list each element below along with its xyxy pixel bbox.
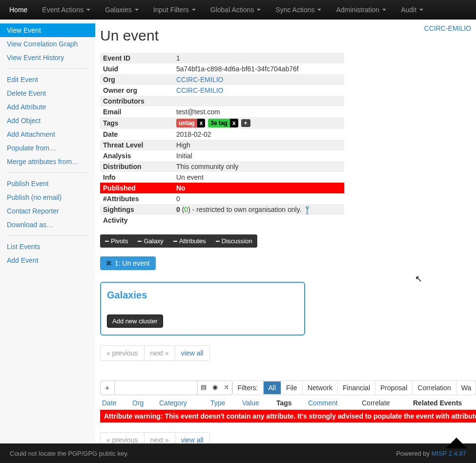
sidebar-view-event[interactable]: View Event: [0, 23, 95, 37]
close-icon[interactable]: ✖: [106, 259, 112, 267]
add-attribute-icon[interactable]: ＋: [100, 380, 115, 395]
chevron-down-icon: [257, 9, 261, 11]
col-correlate: Correlate: [362, 399, 413, 407]
toggle-pivots[interactable]: Pivots: [100, 234, 133, 248]
remove-tag-icon[interactable]: x: [230, 119, 238, 127]
pager-top: « previous next » view all: [100, 345, 210, 361]
filters-label: Filters:: [233, 381, 263, 394]
event-view-icon[interactable]: ◉: [209, 381, 221, 395]
minus-icon: [216, 241, 220, 242]
cursor-icon: ↖: [415, 274, 422, 284]
page-title: Un event: [100, 27, 476, 44]
sidebar-publish-noemail[interactable]: Publish (no email): [0, 190, 95, 204]
col-date[interactable]: Date: [102, 399, 117, 407]
chevron-down-icon: [135, 9, 139, 11]
scroll-top-button[interactable]: [446, 438, 467, 448]
chevron-down-icon: [382, 9, 386, 11]
chevron-down-icon: [317, 9, 321, 11]
attribute-filters: Filters: All File Network Financial Prop…: [232, 380, 476, 395]
tag-3e[interactable]: 3e tagx: [208, 119, 238, 127]
filter-all[interactable]: All: [263, 381, 281, 394]
chevron-down-icon: [419, 9, 423, 11]
toggle-attributes[interactable]: Attributes: [168, 234, 211, 248]
sidebar-populate[interactable]: Populate from…: [0, 141, 95, 155]
filter-correlation[interactable]: Correlation: [412, 381, 455, 394]
sidebar-publish[interactable]: Publish Event: [0, 177, 95, 190]
sidebar-add-object[interactable]: Add Object: [0, 114, 95, 127]
sidebar-view-history[interactable]: View Event History: [0, 51, 95, 64]
col-tags: Tags: [276, 399, 308, 407]
nav-event-actions[interactable]: Event Actions: [35, 1, 98, 19]
event-meta-table: Event ID1 Uuid5a74bf1a-c898-4d6a-bf61-34…: [100, 53, 344, 226]
list-view-icon[interactable]: ▤: [198, 381, 209, 395]
nav-sync-actions[interactable]: Sync Actions: [268, 1, 329, 19]
nav-audit[interactable]: Audit: [393, 1, 431, 19]
filter-financial[interactable]: Financial: [337, 381, 375, 394]
sidebar-contact[interactable]: Contact Reporter: [0, 204, 95, 218]
sidebar: View Event View Correlation Graph View E…: [0, 20, 95, 448]
minus-icon: [138, 241, 142, 242]
col-category[interactable]: Category: [159, 399, 187, 407]
attribute-table-header: Date Org Category Type Value Tags Commen…: [100, 395, 476, 410]
galaxies-heading: Galaxies: [107, 290, 298, 301]
sidebar-list-events[interactable]: List Events: [0, 240, 95, 253]
toggle-discussion[interactable]: Discussion: [211, 234, 257, 248]
chevron-down-icon: [86, 9, 90, 11]
pager-prev: « previous: [101, 346, 145, 360]
section-toggles: Pivots Galaxy Attributes Discussion: [100, 234, 257, 248]
org-link[interactable]: CCIRC-EMILIO: [424, 24, 471, 32]
col-org[interactable]: Org: [132, 399, 144, 407]
filter-warning[interactable]: Wa: [456, 381, 476, 394]
toggle-galaxy[interactable]: Galaxy: [133, 234, 168, 248]
minus-icon: [173, 241, 177, 242]
filter-file[interactable]: File: [281, 381, 302, 394]
add-tag-button[interactable]: +: [241, 119, 250, 127]
nav-global-actions[interactable]: Global Actions: [203, 1, 269, 19]
shuffle-icon[interactable]: ⤭: [221, 381, 232, 395]
attribute-warning: Attribute warning: This event doesn't co…: [100, 410, 476, 422]
col-comment[interactable]: Comment: [308, 399, 338, 407]
sidebar-add-attachment[interactable]: Add Attachment: [0, 127, 95, 141]
sidebar-view-correlation[interactable]: View Correlation Graph: [0, 37, 95, 51]
footer: Could not locate the PGP/GPG public key.…: [0, 443, 476, 448]
nav-administration[interactable]: Administration: [329, 1, 393, 19]
nav-galaxies[interactable]: Galaxies: [98, 1, 145, 19]
nav-input-filters[interactable]: Input Filters: [146, 1, 203, 19]
top-navbar: Home Event Actions Galaxies Input Filter…: [0, 0, 476, 20]
pager-next: next »: [145, 346, 175, 360]
wrench-icon[interactable]: 🔧: [302, 204, 313, 215]
sidebar-add-event[interactable]: Add Event: [0, 253, 95, 267]
chevron-down-icon: [192, 9, 196, 11]
add-cluster-button[interactable]: Add new cluster: [107, 315, 163, 328]
remove-tag-icon[interactable]: x: [197, 119, 206, 127]
tag-untag[interactable]: untagx: [176, 119, 205, 127]
nav-home[interactable]: Home: [2, 1, 35, 19]
col-value[interactable]: Value: [242, 399, 259, 407]
filter-network[interactable]: Network: [302, 381, 337, 394]
org-value-link[interactable]: CCIRC-EMILIO: [176, 76, 223, 84]
minus-icon: [105, 241, 109, 242]
filter-proposal[interactable]: Proposal: [375, 381, 412, 394]
view-mode-group: ▤ ◉ ⤭: [197, 380, 232, 395]
galaxies-panel: Galaxies Add new cluster: [100, 282, 305, 336]
pager-viewall[interactable]: view all: [175, 346, 209, 360]
owner-org-link[interactable]: CCIRC-EMILIO: [176, 86, 223, 94]
pivot-tab[interactable]: ✖1: Un event: [100, 256, 156, 270]
sidebar-download[interactable]: Download as…: [0, 218, 95, 232]
col-type[interactable]: Type: [210, 399, 225, 407]
col-related: Related Events: [413, 399, 472, 407]
sidebar-delete-event[interactable]: Delete Event: [0, 86, 95, 100]
sidebar-add-attribute[interactable]: Add Attribute: [0, 100, 95, 114]
sidebar-merge[interactable]: Merge attributes from…: [0, 155, 95, 168]
sidebar-edit-event[interactable]: Edit Event: [0, 73, 95, 86]
